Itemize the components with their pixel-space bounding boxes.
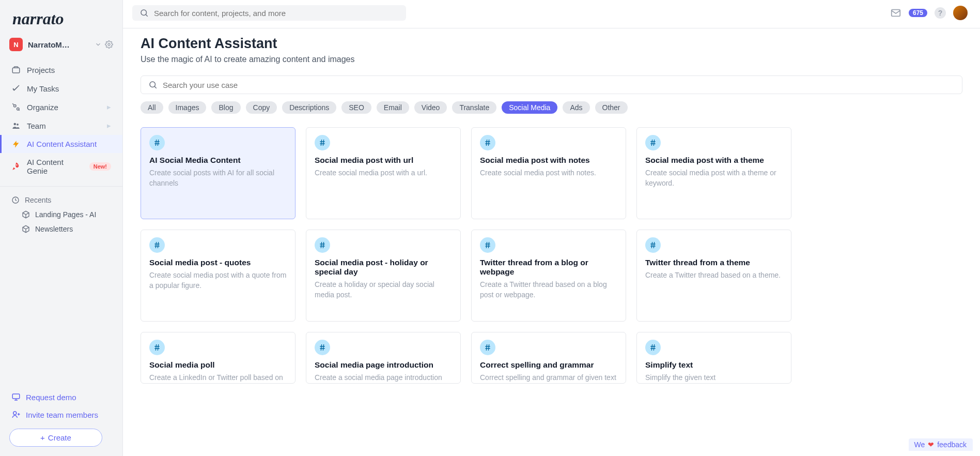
usecase-search[interactable] [141,75,962,94]
rocket-icon [11,162,21,171]
hash-icon [315,340,330,355]
help-icon[interactable]: ? [935,7,946,19]
organize-icon [11,102,21,112]
svg-point-10 [141,10,147,16]
nav-label: AI Content Assistant [27,140,97,148]
workspace-name: NarratoM… [28,40,89,49]
card-title: Twitter thread from a theme [645,258,783,267]
card-description: Create a Twitter thread based on a blog … [480,280,617,300]
usecase-card[interactable]: Social media pollCreate a LinkedIn or Tw… [141,332,295,384]
chevron-down-icon[interactable] [95,41,102,48]
recents-item-label: Landing Pages - AI [35,210,96,219]
clock-icon [11,196,20,204]
nav-team[interactable]: Team ▸ [0,116,122,135]
feedback-button[interactable]: We ❤ feedback [909,438,973,451]
filter-chip-descriptions[interactable]: Descriptions [282,101,336,114]
filter-chip-other[interactable]: Other [595,101,628,114]
invite-team-link[interactable]: Invite team members [9,406,113,423]
chevron-right-icon: ▸ [107,102,111,112]
page-subtitle: Use the magic of AI to create amazing co… [141,55,962,64]
gear-icon[interactable] [105,40,113,49]
card-description: Create a Twitter thread based on a theme… [645,270,783,281]
link-label: Invite team members [26,411,98,419]
nav-ai-genie[interactable]: AI Content Genie New! [0,153,122,180]
sidebar: narrato N NarratoM… Projects My Tasks Or… [0,0,123,456]
nav-organize[interactable]: Organize ▸ [0,98,122,116]
filter-chip-images[interactable]: Images [168,101,207,114]
mail-icon[interactable] [890,7,901,19]
filter-chip-seo[interactable]: SEO [341,101,371,114]
filter-chips: AllImagesBlogCopyDescriptionsSEOEmailVid… [141,101,962,114]
plus-icon: + [40,433,45,442]
heart-icon: ❤ [928,440,934,449]
usecase-card[interactable]: Twitter thread from a blog or webpageCre… [471,230,626,322]
search-icon [139,8,149,18]
filter-chip-video[interactable]: Video [414,101,447,114]
nav-mytasks[interactable]: My Tasks [0,79,122,98]
card-title: Social media post with url [315,156,452,165]
svg-rect-1 [12,68,20,73]
filter-chip-copy[interactable]: Copy [246,101,277,114]
usecase-card[interactable]: Social media post - holiday or special d… [306,230,461,322]
nav-label: Team [27,121,46,130]
link-label: Request demo [26,393,76,402]
user-plus-icon [11,410,21,419]
usecase-card[interactable]: AI Social Media ContentCreate social pos… [141,127,295,219]
notification-count-badge[interactable]: 675 [909,9,927,17]
cards-grid: AI Social Media ContentCreate social pos… [141,127,962,404]
usecase-card[interactable]: Social media post with a themeCreate soc… [636,127,791,219]
workspace-avatar: N [9,38,23,51]
topbar: 675 ? [123,0,980,21]
search-icon [148,80,158,89]
usecase-card[interactable]: Social media post - quotesCreate social … [141,230,295,322]
usecase-card[interactable]: Social media post with urlCreate social … [306,127,461,219]
usecase-card[interactable]: Twitter thread from a themeCreate a Twit… [636,230,791,322]
usecase-card[interactable]: Simplify textSimplify the given text [636,332,791,384]
filter-chip-social-media[interactable]: Social Media [502,101,557,114]
recents-label: Recents [25,196,51,204]
feedback-label: feedback [937,440,967,449]
recents-item[interactable]: Landing Pages - AI [0,207,122,222]
card-description: Create a LinkedIn or Twitter poll based … [149,373,287,384]
svg-point-9 [13,412,17,415]
workspace-selector[interactable]: N NarratoM… [0,34,122,58]
check-icon [11,84,21,93]
create-button[interactable]: + Create [9,429,102,447]
logo-text: narrato [12,9,64,28]
filter-chip-ads[interactable]: Ads [563,101,589,114]
svg-point-2 [14,105,17,108]
hash-icon [645,237,661,253]
hash-icon [645,340,661,355]
card-title: Twitter thread from a blog or webpage [480,258,617,277]
nav-projects[interactable]: Projects [0,60,122,79]
card-title: Simplify text [645,360,783,370]
usecase-card[interactable]: Social media page introductionCreate a s… [306,332,461,384]
button-label: Create [48,433,71,442]
bolt-icon [11,140,21,148]
hash-icon [149,135,165,150]
nav-ai-assistant[interactable]: AI Content Assistant [0,135,122,153]
filter-chip-all[interactable]: All [141,101,163,114]
card-description: Simplify the given text [645,373,783,383]
content-area: AI Content Assistant Use the magic of AI… [123,28,980,456]
filter-chip-blog[interactable]: Blog [211,101,240,114]
hash-icon [149,340,165,355]
usecase-card[interactable]: Social media post with notesCreate socia… [471,127,626,219]
request-demo-link[interactable]: Request demo [9,388,113,406]
recents-item-label: Newsletters [35,225,73,233]
recents-item[interactable]: Newsletters [0,222,122,236]
global-search-input[interactable] [154,9,399,18]
page-title: AI Content Assistant [141,36,962,52]
card-title: Correct spelling and grammar [480,360,617,370]
card-description: Create a holiday or special day social m… [315,280,452,300]
user-avatar[interactable] [953,6,968,20]
usecase-card[interactable]: Correct spelling and grammarCorrect spel… [471,332,626,384]
monitor-icon [11,392,21,402]
global-search[interactable] [132,5,406,21]
hash-icon [149,237,165,253]
filter-chip-translate[interactable]: Translate [452,101,496,114]
card-description: Create social media post with a quote fr… [149,270,287,291]
cube-icon [22,225,30,233]
filter-chip-email[interactable]: Email [377,101,409,114]
usecase-search-input[interactable] [163,81,955,89]
